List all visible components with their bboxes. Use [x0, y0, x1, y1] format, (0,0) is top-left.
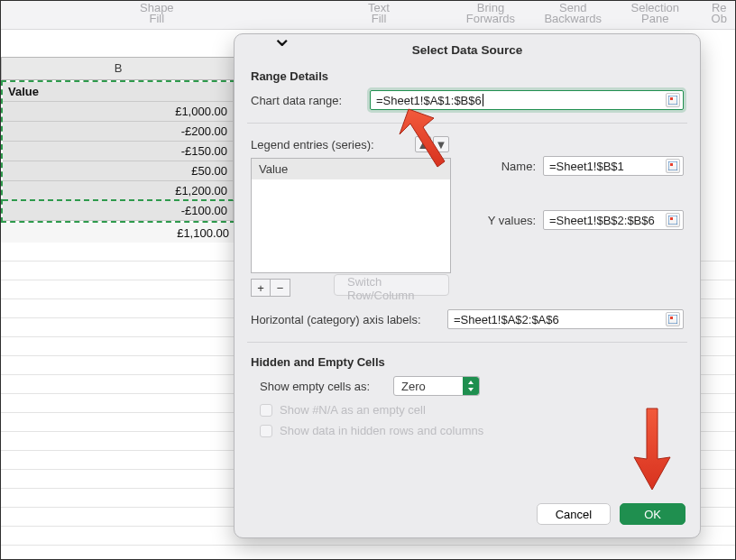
ribbon: Shape Fill Text Fill Bring Forwards Send… — [1, 1, 735, 30]
cell-b7[interactable]: -£100.00 — [3, 201, 234, 221]
move-up-button[interactable]: ▲ — [415, 136, 431, 152]
cell-b5[interactable]: £50.00 — [3, 161, 234, 181]
range-picker-icon[interactable] — [666, 159, 680, 173]
cancel-button[interactable]: Cancel — [537, 503, 611, 525]
ribbon-shape-fill[interactable]: Shape Fill — [140, 1, 174, 24]
y-values-input[interactable]: =Sheet1!$B$2:$B$6 — [543, 210, 684, 230]
cell-b4[interactable]: -£150.00 — [3, 142, 234, 161]
range-details-header: Range Details — [251, 69, 684, 83]
svg-rect-5 — [670, 217, 673, 220]
legend-entries-label: Legend entries (series): — [251, 138, 374, 151]
svg-rect-3 — [670, 163, 673, 166]
show-empty-select[interactable]: Zero — [393, 376, 480, 396]
move-down-button[interactable]: ▼ — [433, 136, 449, 152]
series-name-input[interactable]: =Sheet1!$B$1 — [543, 156, 684, 176]
cell-b2[interactable]: £1,000.00 — [3, 102, 234, 122]
ribbon-bring-forwards[interactable]: Bring Forwards — [465, 1, 515, 24]
hidden-empty-header: Hidden and Empty Cells — [251, 355, 684, 369]
range-picker-icon[interactable] — [666, 312, 680, 326]
ribbon-selection-pane[interactable]: Selection Pane — [630, 1, 680, 24]
show-na-label: Show #N/A as an empty cell — [280, 403, 426, 417]
show-empty-label: Show empty cells as: — [260, 380, 386, 393]
series-name-label: Name: — [480, 160, 536, 173]
svg-rect-1 — [670, 97, 673, 100]
chart-range-input[interactable]: =Sheet1!$A$1:$B$6 — [370, 90, 684, 110]
select-chevron-icon — [463, 377, 479, 395]
show-na-checkbox — [260, 404, 272, 417]
series-item-value[interactable]: Value — [252, 159, 450, 179]
range-picker-icon[interactable] — [666, 213, 680, 227]
worksheet-column: B Value £1,000.00 -£200.00 -£150.00 £50.… — [1, 57, 235, 243]
select-data-source-dialog: Select Data Source Range Details Chart d… — [234, 33, 701, 538]
ribbon-send-backwards[interactable]: Send Backwards — [544, 1, 602, 24]
dropdown-caret-icon: ⌄ — [271, 28, 292, 48]
remove-series-button[interactable]: − — [271, 279, 290, 297]
cell-b1-header[interactable]: Value — [3, 82, 234, 102]
ribbon-text-fill[interactable]: Text Fill — [366, 1, 391, 24]
axis-labels-input[interactable]: =Sheet1!$A$2:$A$6 — [447, 309, 684, 329]
column-header-b[interactable]: B — [1, 57, 235, 80]
range-picker-icon[interactable] — [666, 93, 680, 107]
show-hidden-label: Show data in hidden rows and columns — [280, 424, 483, 437]
series-listbox[interactable]: Value — [251, 158, 451, 273]
selection-marquee: Value £1,000.00 -£200.00 -£150.00 £50.00… — [1, 80, 235, 223]
axis-labels-label: Horizontal (category) axis labels: — [251, 313, 440, 326]
svg-rect-7 — [670, 317, 673, 319]
y-values-label: Y values: — [480, 214, 536, 227]
switch-row-column-button[interactable]: Switch Row/Column — [334, 274, 449, 296]
cell-b3[interactable]: -£200.00 — [3, 122, 234, 142]
ribbon-reorder[interactable]: Re Ob — [709, 1, 730, 24]
cell-b8[interactable]: £1,100.00 — [1, 223, 235, 243]
add-series-button[interactable]: + — [251, 279, 271, 297]
dialog-title: Select Data Source — [235, 34, 700, 64]
cell-b6[interactable]: £1,200.00 — [3, 181, 234, 201]
ok-button[interactable]: OK — [620, 503, 685, 525]
show-hidden-checkbox — [260, 425, 272, 437]
chart-range-label: Chart data range: — [251, 94, 363, 107]
